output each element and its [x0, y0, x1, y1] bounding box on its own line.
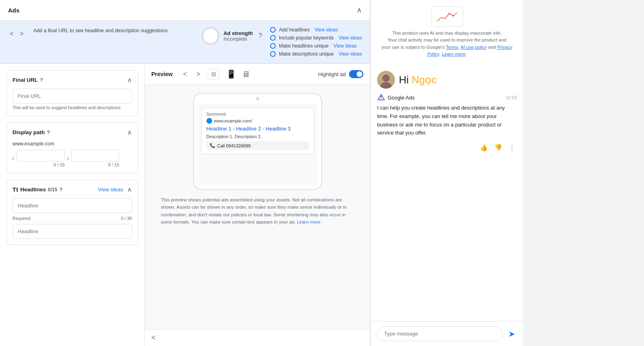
headlines-count: 0/15: [48, 187, 57, 193]
mobile-device-button[interactable]: 📱: [225, 68, 238, 81]
preview-learn-more-link[interactable]: Learn more: [297, 220, 321, 224]
svg-point-7: [380, 98, 382, 100]
svg-point-0: [448, 13, 450, 15]
left-panel: Ads ∧ < > Add a final URL to see headlin…: [0, 0, 370, 346]
desktop-device-button[interactable]: 🖥: [240, 68, 252, 81]
avatar-row: Hi Ngọc: [377, 71, 517, 89]
display-path-title: Display path ?: [12, 129, 50, 135]
path2-group: 0 / 15: [71, 150, 119, 167]
sponsored-text: Sponsored: [206, 112, 309, 116]
phone-dot: [256, 97, 259, 100]
suggestion-unique-descriptions: Make descriptions unique View ideas: [270, 51, 362, 57]
thumbs-down-button[interactable]: 👎: [493, 142, 504, 153]
suggestion-text-4: Make descriptions unique: [279, 51, 334, 57]
chat-input-area: ➤: [371, 321, 523, 346]
suggestion-circle-4: [270, 51, 276, 57]
bottom-arrow-button[interactable]: <: [151, 334, 156, 342]
avatar: [377, 71, 395, 89]
path1-count: 0 / 15: [17, 162, 65, 167]
final-url-section: Final URL ? ∧ This will be used to sugge…: [6, 70, 138, 116]
split-view-button[interactable]: ⊟: [208, 69, 220, 79]
final-url-input[interactable]: [12, 89, 132, 104]
banner-nav: < >: [8, 29, 25, 39]
final-url-header: Final URL ? ∧: [12, 76, 132, 84]
headline1-input[interactable]: [12, 198, 132, 213]
google-ads-icon: [377, 93, 385, 102]
view-ideas-link-1[interactable]: View ideas: [314, 27, 338, 33]
preview-title: Preview: [151, 71, 173, 77]
ad-strength-help-icon[interactable]: ?: [258, 32, 262, 39]
preview-panel: Preview < > ⊟ 📱 🖥 Highlight ad: [145, 64, 370, 346]
preview-note: This preview shows potential ads assembl…: [161, 196, 354, 226]
ad-card: Sponsored 🌐 www.example.com/ Headline 1 …: [201, 108, 314, 154]
banner-prev-button[interactable]: <: [8, 29, 15, 39]
path2-input[interactable]: [71, 150, 119, 162]
phone-screen: Sponsored 🌐 www.example.com/ Headline 1 …: [197, 104, 318, 186]
final-url-help-icon[interactable]: ?: [40, 77, 43, 83]
display-path-help-icon[interactable]: ?: [47, 129, 50, 135]
phone-icon: 📞: [210, 143, 215, 148]
collapse-icon[interactable]: ∧: [357, 6, 362, 15]
headlines-section: Tt Headlines 0/15 ? View ideas ∧ Requi: [6, 180, 138, 245]
view-ideas-link-4[interactable]: View ideas: [339, 51, 362, 57]
suggestions-list: Add headlines View ideas Include popular…: [270, 27, 362, 57]
chat-disclaimer-text: This product uses AI and may display ina…: [377, 30, 517, 58]
ad-strength-label: Ad strength: [223, 30, 253, 36]
preview-next-button[interactable]: >: [194, 69, 202, 79]
preview-content: Sponsored 🌐 www.example.com/ Headline 1 …: [145, 85, 370, 329]
learn-more-link[interactable]: Learn more: [442, 52, 466, 56]
headline1-count: 0 / 30: [121, 216, 132, 221]
toggle-slider: [349, 70, 363, 78]
greeting: Hi Ngọc: [399, 74, 437, 86]
chat-body: Hi Ngọc Google Ads 12:: [371, 64, 523, 321]
final-url-title: Final URL ?: [12, 77, 43, 83]
svg-point-3: [382, 75, 390, 82]
svg-point-1: [452, 15, 454, 17]
slash-2: /: [67, 155, 69, 162]
highlight-ad-toggle[interactable]: [349, 70, 363, 78]
path1-group: 0 / 15: [17, 150, 65, 167]
chat-message-text: I can help you create headlines and desc…: [377, 104, 517, 137]
final-url-collapse-icon[interactable]: ∧: [127, 76, 132, 84]
chat-input[interactable]: [377, 326, 503, 341]
thumbs-up-button[interactable]: 👍: [478, 142, 489, 153]
display-path-header: Display path ? ∧: [12, 128, 132, 136]
path1-input[interactable]: [17, 150, 65, 162]
more-options-button[interactable]: ⋮: [507, 142, 517, 153]
preview-prev-button[interactable]: <: [181, 69, 189, 79]
ad-headline: Headline 1 - Headline 2 - Headline 3: [206, 125, 309, 133]
ai-use-policy-link[interactable]: AI use policy: [460, 45, 487, 50]
headlines-help-icon[interactable]: ?: [59, 186, 62, 193]
ad-strength-block: Ad strength Incomplete ?: [202, 27, 262, 45]
highlight-ad-label: Highlight ad: [318, 71, 346, 77]
terms-link[interactable]: Terms: [446, 45, 458, 50]
chat-time: 12:02: [506, 95, 517, 100]
ads-title: Ads: [8, 7, 19, 14]
greeting-name: Ngọc: [412, 74, 437, 86]
headline2-group: [12, 224, 132, 239]
headlines-view-ideas-link[interactable]: View ideas: [98, 186, 123, 193]
chat-actions: 👍 👎 ⋮: [377, 142, 517, 153]
headline2-input[interactable]: [12, 224, 132, 239]
banner-next-button[interactable]: >: [18, 29, 25, 39]
view-ideas-link-3[interactable]: View ideas: [334, 43, 357, 49]
svg-point-8: [380, 96, 382, 97]
suggestion-circle-3: [270, 43, 276, 49]
send-button[interactable]: ➤: [507, 327, 517, 340]
suggestion-add-headlines: Add headlines View ideas: [270, 27, 362, 33]
view-ideas-link-2[interactable]: View ideas: [339, 35, 362, 41]
suggestion-unique-headlines: Make headlines unique View ideas: [270, 43, 362, 49]
ads-header: Ads ∧: [0, 0, 370, 21]
display-path-row: / 0 / 15 / 0 / 15: [12, 150, 132, 167]
google-ads-sender-label: Google Ads: [388, 95, 415, 101]
headlines-collapse-icon[interactable]: ∧: [127, 186, 132, 193]
right-chat-panel: This product uses AI and may display ina…: [370, 0, 523, 346]
headlines-title: Tt Headlines 0/15 ?: [12, 186, 62, 193]
preview-view-buttons: ⊟: [208, 69, 220, 79]
chat-sender-row: Google Ads 12:02: [377, 93, 517, 102]
display-path-collapse-icon[interactable]: ∧: [127, 128, 132, 136]
preview-header: Preview < > ⊟ 📱 🖥 Highlight ad: [145, 64, 370, 85]
banner-text: Add a final URL to see headline and desc…: [33, 27, 194, 35]
suggestion-text-2: Include popular keywords: [279, 35, 334, 41]
domain-text: www.example.com: [12, 141, 132, 147]
